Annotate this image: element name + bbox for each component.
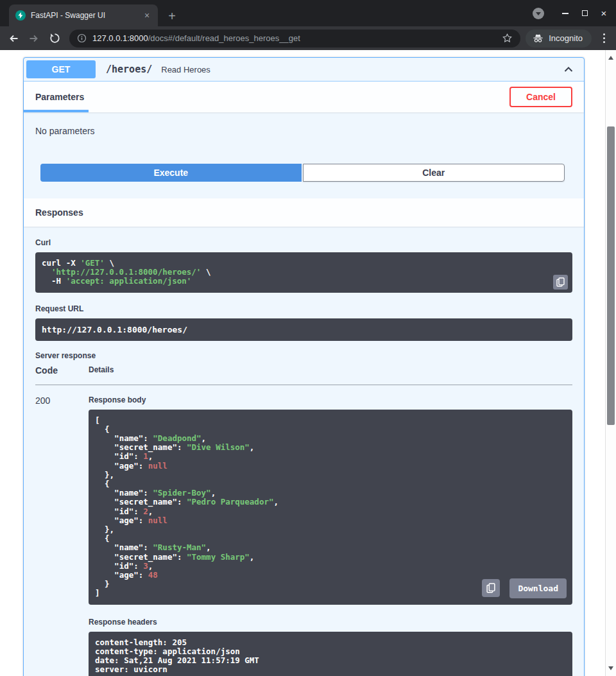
tab-title: FastAPI - Swagger UI [31, 11, 136, 20]
incognito-label: Incognito [549, 33, 583, 43]
bookmark-button[interactable] [502, 33, 513, 44]
chevron-down-icon [536, 12, 541, 15]
response-body-block: Download[ { "name": "Deadpond", "secret_… [89, 410, 572, 605]
incognito-badge: Incognito [526, 30, 592, 48]
close-window-button[interactable]: × [594, 0, 613, 26]
tab-search-button[interactable] [533, 8, 544, 19]
url-bar[interactable]: 127.0.0.1:8000/docs#/default/read_heroes… [69, 30, 520, 48]
active-tab-underline [24, 110, 89, 112]
maximize-button[interactable] [575, 0, 594, 26]
code-column-header: Code [35, 365, 89, 376]
triangle-down-icon [608, 666, 613, 670]
opblock-summary[interactable]: GET /heroes/ Read Heroes [24, 58, 584, 82]
url-path: /docs#/default/read_heroes_heroes__get [148, 33, 300, 43]
url-domain: 127.0.0.1:8000 [92, 33, 148, 43]
url-text[interactable]: 127.0.0.1:8000/docs#/default/read_heroes… [92, 33, 496, 43]
curl-command-block: curl -X 'GET' \ 'http://127.0.0.1:8000/h… [35, 252, 572, 293]
response-headers-label: Response headers [89, 618, 572, 627]
copy-curl-button[interactable] [553, 275, 568, 290]
incognito-icon [532, 33, 544, 43]
response-details: Response body Download[ { "name": "Deadp… [89, 395, 572, 676]
scroll-up-button[interactable] [606, 53, 616, 62]
minimize-icon [562, 13, 569, 14]
clipboard-icon [556, 277, 565, 287]
download-button[interactable]: Download [509, 578, 567, 598]
parameters-tab[interactable]: Parameters [35, 92, 84, 102]
page-info-icon[interactable] [77, 33, 87, 43]
kebab-menu-icon [603, 33, 605, 35]
endpoint-path: /heroes/ [106, 64, 152, 75]
forward-arrow-icon [28, 32, 40, 45]
clipboard-icon [486, 583, 495, 593]
browser-chrome: FastAPI - Swagger UI × + × 127.0.0.1:800… [0, 0, 616, 50]
page-scrollbar[interactable] [605, 50, 616, 676]
browser-tab[interactable]: FastAPI - Swagger UI × [9, 4, 158, 26]
no-parameters-text: No parameters [35, 126, 95, 136]
request-url-value: http://127.0.0.1:8000/heroes/ [42, 325, 187, 334]
swagger-opblock-get-heroes: GET /heroes/ Read Heroes Parameters Canc… [23, 57, 585, 676]
server-response-label: Server response [35, 351, 572, 360]
forward-button[interactable] [24, 29, 44, 48]
parameters-body: No parameters [24, 112, 584, 143]
collapse-button[interactable] [562, 63, 575, 76]
status-code: 200 [35, 395, 89, 676]
curl-label: Curl [35, 238, 572, 247]
responses-header: Responses [24, 198, 584, 227]
details-column-header: Details [89, 365, 114, 376]
reload-icon [49, 32, 61, 44]
browser-menu-button[interactable] [595, 30, 612, 47]
back-arrow-icon [7, 32, 20, 45]
triangle-up-icon [608, 56, 613, 60]
response-row: 200 Response body Download[ { "name": "D… [35, 385, 572, 676]
request-url-block: http://127.0.0.1:8000/heroes/ [35, 318, 572, 341]
response-table-header: Code Details [35, 365, 572, 385]
tab-close-button[interactable]: × [141, 10, 153, 21]
reload-button[interactable] [45, 29, 64, 48]
fastapi-logo-icon [15, 10, 26, 21]
swagger-main: GET /heroes/ Read Heroes Parameters Canc… [0, 50, 605, 676]
response-headers-block: content-length: 205content-type: applica… [89, 632, 572, 676]
responses-body: Curl curl -X 'GET' \ 'http://127.0.0.1:8… [24, 227, 584, 676]
execute-row: Execute Clear [24, 143, 584, 198]
responses-title: Responses [35, 207, 83, 218]
cancel-button[interactable]: Cancel [509, 87, 572, 107]
response-body-actions: Download [482, 578, 567, 598]
copy-response-button[interactable] [482, 579, 500, 597]
parameters-header: Parameters Cancel [24, 82, 584, 112]
scrollbar-thumb[interactable] [607, 126, 615, 425]
window-controls: × [533, 0, 613, 26]
new-tab-button[interactable]: + [163, 7, 181, 25]
page-content: GET /heroes/ Read Heroes Parameters Canc… [0, 50, 616, 676]
method-badge: GET [26, 60, 96, 78]
endpoint-summary: Read Heroes [161, 65, 210, 74]
browser-toolbar: 127.0.0.1:8000/docs#/default/read_heroes… [0, 26, 616, 50]
close-icon: × [601, 8, 607, 18]
maximize-icon [582, 10, 588, 16]
scroll-down-button[interactable] [606, 664, 616, 673]
request-url-label: Request URL [35, 304, 572, 313]
clear-button[interactable]: Clear [303, 164, 565, 182]
execute-button[interactable]: Execute [40, 164, 302, 182]
back-button[interactable] [4, 29, 23, 48]
star-icon [502, 33, 513, 44]
response-body-label: Response body [89, 395, 572, 404]
minimize-button[interactable] [556, 0, 575, 26]
chevron-up-icon [562, 63, 575, 76]
tab-bar: FastAPI - Swagger UI × + × [0, 0, 616, 26]
